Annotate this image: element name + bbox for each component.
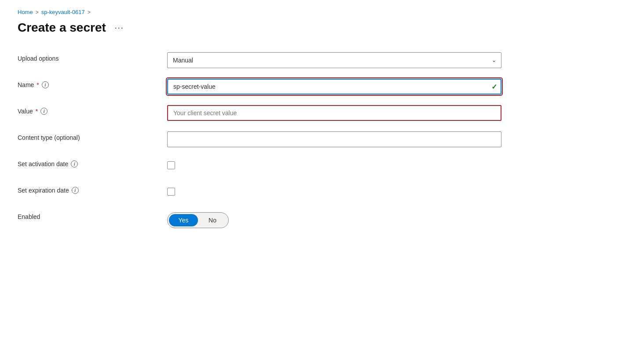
value-input-wrapper (167, 105, 501, 121)
content-type-label-col: Content type (optional) (18, 131, 167, 141)
activation-date-info-icon[interactable]: i (71, 160, 78, 167)
value-input[interactable] (167, 105, 501, 121)
upload-options-row: Upload options Manual Certificate ⌄ (18, 52, 501, 68)
value-label: Value (18, 108, 33, 115)
enabled-label: Enabled (18, 213, 40, 220)
value-label-col: Value * i (18, 105, 167, 115)
content-type-label: Content type (optional) (18, 134, 80, 141)
activation-date-checkbox[interactable] (167, 161, 175, 169)
more-options-button[interactable]: ··· (111, 22, 128, 34)
check-icon: ✓ (491, 83, 497, 91)
name-control: ✓ (167, 79, 501, 95)
page-title: Create a secret (18, 21, 106, 35)
expiration-date-control (167, 184, 501, 197)
breadcrumb-keyvault[interactable]: sp-keyvault-0617 (41, 9, 85, 15)
content-type-input[interactable] (167, 131, 501, 147)
content-type-input-wrapper (167, 131, 501, 147)
upload-options-select-wrapper: Manual Certificate ⌄ (167, 52, 501, 68)
page-container: Home > sp-keyvault-0617 > Create a secre… (0, 0, 644, 256)
activation-date-label: Set activation date (18, 160, 68, 167)
name-info-icon[interactable]: i (42, 81, 49, 88)
upload-options-control: Manual Certificate ⌄ (167, 52, 501, 68)
expiration-date-row: Set expiration date i (18, 184, 501, 200)
enabled-control: Yes No (167, 211, 501, 228)
name-required-star: * (37, 81, 39, 88)
breadcrumb-separator-2: > (88, 9, 91, 15)
expiration-date-info-icon[interactable]: i (72, 187, 79, 194)
upload-options-select[interactable]: Manual Certificate (167, 52, 501, 68)
upload-options-label: Upload options (18, 52, 167, 62)
form-container: Upload options Manual Certificate ⌄ Name… (18, 52, 501, 228)
breadcrumb-separator-1: > (36, 9, 39, 15)
expiration-date-label: Set expiration date (18, 187, 69, 194)
activation-date-control (167, 158, 501, 171)
enabled-toggle[interactable]: Yes No (167, 212, 229, 228)
breadcrumb-home[interactable]: Home (18, 9, 33, 15)
value-row: Value * i (18, 105, 501, 121)
name-input-wrapper: ✓ (167, 79, 501, 95)
expiration-date-label-col: Set expiration date i (18, 184, 167, 194)
name-label-col: Name * i (18, 79, 167, 88)
expiration-date-checkbox[interactable] (167, 188, 175, 196)
content-type-row: Content type (optional) (18, 131, 501, 147)
breadcrumb: Home > sp-keyvault-0617 > (18, 9, 626, 15)
name-input[interactable] (167, 79, 501, 95)
page-header: Create a secret ··· (18, 21, 626, 35)
activation-date-label-col: Set activation date i (18, 158, 167, 167)
enabled-yes-option[interactable]: Yes (169, 214, 198, 226)
name-label: Name (18, 81, 34, 88)
name-row: Name * i ✓ (18, 79, 501, 95)
value-required-star: * (36, 108, 38, 115)
content-type-control (167, 131, 501, 147)
enabled-row: Enabled Yes No (18, 211, 501, 228)
enabled-label-col: Enabled (18, 211, 167, 220)
value-control (167, 105, 501, 121)
activation-date-row: Set activation date i (18, 158, 501, 174)
value-info-icon[interactable]: i (40, 108, 48, 115)
enabled-no-option[interactable]: No (198, 214, 227, 226)
